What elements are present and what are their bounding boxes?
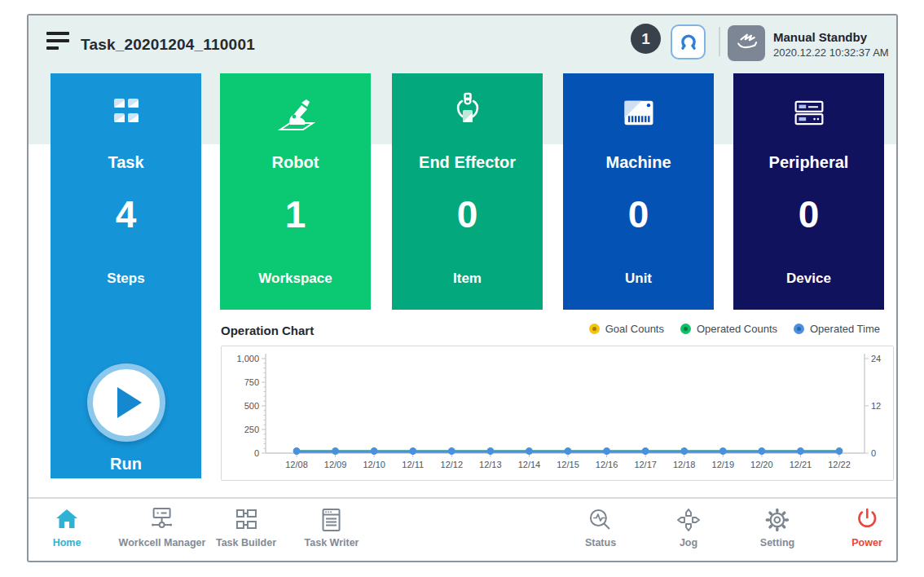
peripheral-icon [733, 88, 884, 139]
svg-text:12/12: 12/12 [441, 460, 464, 469]
menu-icon[interactable] [46, 32, 71, 53]
svg-text:750: 750 [244, 377, 259, 387]
card-value: 0 [733, 192, 884, 236]
nav-status[interactable]: Status [585, 505, 616, 548]
card-value: 0 [392, 192, 543, 236]
workcell-manager-icon [147, 505, 177, 535]
legend-label: Goal Counts [605, 323, 664, 335]
nav-task-writer[interactable]: Task Writer [305, 505, 359, 548]
svg-text:250: 250 [244, 425, 259, 434]
card-label: Machine [563, 153, 714, 172]
app-window: Task_20201204_110001 1 Manual Standby 20… [27, 14, 898, 562]
svg-text:12/16: 12/16 [596, 460, 618, 469]
gripper-icon [676, 30, 701, 55]
home-icon [52, 505, 81, 535]
mode-timestamp: 2020.12.22 10:32:37 AM [773, 46, 889, 59]
svg-text:12/21: 12/21 [790, 460, 812, 469]
card-robot[interactable]: Robot 1 Workspace [220, 73, 371, 310]
card-value: 4 [51, 192, 201, 236]
machine-icon [563, 88, 714, 139]
svg-text:12/22: 12/22 [828, 460, 851, 469]
svg-text:12/19: 12/19 [712, 460, 735, 469]
robot-mode-status[interactable]: Manual Standby 2020.12.22 10:32:37 AM [728, 25, 889, 61]
nav-jog[interactable]: Jog [674, 505, 703, 548]
run-button[interactable] [87, 363, 165, 442]
card-end-effector[interactable]: End Effector 0 Item [392, 73, 543, 310]
end-effector-icon [392, 88, 543, 139]
header-divider [719, 27, 720, 56]
chart-title: Operation Chart [221, 324, 314, 337]
robot-arm-icon [220, 88, 371, 139]
card-value: 1 [220, 192, 371, 236]
task-blocks-icon [51, 88, 201, 139]
legend-marker [794, 324, 804, 334]
legend-item[interactable]: Goal Counts [589, 323, 664, 335]
svg-text:0: 0 [871, 448, 876, 458]
annotation-badge: 1 [631, 24, 661, 54]
svg-text:12/17: 12/17 [634, 460, 657, 469]
legend-label: Operated Time [810, 323, 880, 335]
card-value: 0 [563, 192, 714, 236]
card-label: Peripheral [733, 153, 884, 172]
svg-text:500: 500 [244, 401, 259, 411]
nav-label: Power [851, 537, 882, 548]
nav-home[interactable]: Home [52, 505, 81, 548]
jog-icon [674, 505, 703, 535]
nav-power[interactable]: Power [851, 505, 882, 548]
legend-label: Operated Counts [697, 323, 777, 335]
nav-workcell-manager[interactable]: Workcell Manager [119, 505, 206, 548]
svg-text:12/08: 12/08 [285, 460, 308, 469]
setting-icon [763, 505, 792, 535]
card-unit: Steps [51, 271, 201, 287]
svg-text:12/09: 12/09 [324, 460, 347, 469]
card-unit: Unit [563, 271, 714, 287]
svg-text:12/20: 12/20 [750, 460, 773, 469]
nav-label: Workcell Manager [119, 537, 206, 548]
card-machine[interactable]: Machine 0 Unit [563, 73, 714, 310]
card-unit: Workspace [220, 271, 371, 287]
card-label: Robot [220, 153, 371, 172]
task-builder-icon [231, 505, 261, 535]
nav-label: Task Writer [305, 537, 359, 548]
svg-text:12/10: 12/10 [363, 460, 385, 469]
svg-text:12/14: 12/14 [518, 460, 541, 469]
svg-text:24: 24 [871, 354, 881, 363]
nav-label: Home [53, 537, 81, 548]
status-icon [586, 505, 615, 535]
operation-chart: 02505007501,0000122412/0812/0912/1012/11… [221, 346, 894, 481]
footer-divider [29, 497, 896, 499]
nav-label: Status [585, 537, 616, 548]
card-unit: Item [392, 271, 543, 287]
play-icon [117, 387, 142, 418]
end-effector-tool-button[interactable] [671, 24, 706, 59]
run-label: Run [51, 455, 201, 473]
card-peripheral[interactable]: Peripheral 0 Device [733, 73, 884, 310]
card-unit: Device [733, 271, 884, 287]
legend-item[interactable]: Operated Counts [680, 323, 777, 335]
legend-marker [680, 324, 691, 334]
legend-item[interactable]: Operated Time [794, 323, 880, 335]
svg-text:0: 0 [254, 448, 259, 458]
nav-label: Setting [760, 537, 794, 548]
nav-label: Jog [680, 537, 697, 548]
chart-legend: Goal CountsOperated CountsOperated Time [589, 323, 880, 335]
svg-text:1,000: 1,000 [236, 354, 259, 363]
nav-setting[interactable]: Setting [760, 505, 794, 548]
nav-label: Task Builder [216, 537, 276, 548]
svg-text:12/18: 12/18 [673, 460, 696, 469]
task-writer-icon [317, 505, 346, 535]
manual-hand-icon [728, 25, 765, 61]
svg-text:12: 12 [871, 401, 881, 411]
task-title: Task_20201204_110001 [81, 36, 255, 54]
power-icon [852, 505, 882, 535]
nav-task-builder[interactable]: Task Builder [216, 505, 276, 548]
legend-marker [589, 324, 600, 334]
mode-label: Manual Standby [773, 30, 889, 44]
card-label: End Effector [392, 153, 543, 172]
svg-text:12/13: 12/13 [479, 460, 502, 469]
svg-text:12/15: 12/15 [557, 460, 579, 469]
card-task[interactable]: Task 4 Steps Run [51, 73, 201, 478]
svg-text:12/11: 12/11 [402, 460, 424, 469]
card-label: Task [51, 153, 201, 172]
